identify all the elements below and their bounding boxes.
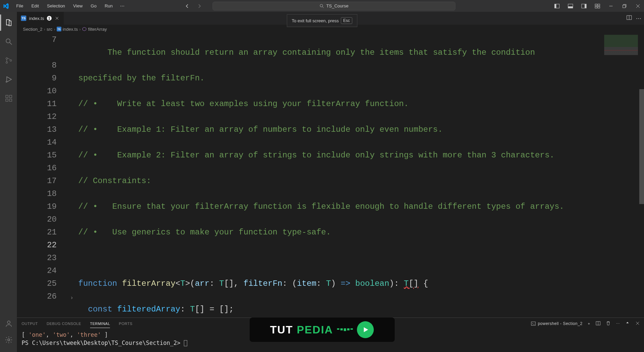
search-icon	[319, 4, 324, 8]
svg-rect-25	[9, 95, 12, 98]
run-debug-icon[interactable]	[0, 71, 17, 87]
breadcrumb-segment[interactable]: src	[47, 27, 52, 32]
watermark-dots-icon	[337, 328, 353, 331]
new-terminal-icon[interactable]: +	[588, 322, 590, 326]
fullscreen-notice: To exit full screen, press Esc	[287, 14, 357, 27]
svg-rect-3	[555, 4, 556, 8]
code-line[interactable]: // Constraints:	[78, 175, 605, 187]
breadcrumb-segment[interactable]: index.ts	[63, 27, 78, 32]
terminal-more-icon[interactable]: ⋯	[616, 322, 620, 326]
line-number: 14	[17, 136, 57, 149]
code-line[interactable]: // • Write at least two examples using y…	[78, 98, 605, 110]
code-content[interactable]: The function should return an array cont…	[78, 33, 605, 318]
restore-button[interactable]	[618, 1, 631, 11]
terminal-name: powershell - Section_2	[538, 321, 582, 326]
code-line[interactable]: // • Use generics to make your function …	[78, 226, 605, 239]
menu-selection[interactable]: Selection	[44, 2, 68, 10]
svg-point-20	[10, 60, 12, 61]
code-line[interactable]	[78, 252, 605, 265]
nav-forward-icon[interactable]	[196, 3, 203, 9]
search-activity-icon[interactable]	[0, 33, 17, 50]
panel-tab-debug[interactable]: DEBUG CONSOLE	[47, 320, 81, 328]
terminal-selector[interactable]: powershell - Section_2	[531, 321, 582, 326]
accounts-icon[interactable]	[0, 316, 17, 332]
close-panel-icon[interactable]	[635, 321, 640, 326]
terminal-icon	[531, 321, 536, 326]
extensions-icon[interactable]	[0, 90, 17, 106]
code-line[interactable]: function filterArray<T>(arr: T[], filter…	[78, 277, 605, 290]
svg-rect-11	[598, 6, 600, 8]
code-line[interactable]: // • Example 1: Filter an array of numbe…	[78, 123, 605, 136]
fold-chevron-icon[interactable]: ›	[70, 292, 74, 304]
svg-point-18	[6, 58, 8, 59]
code-line[interactable]: The function should return an array cont…	[78, 46, 605, 59]
menu-file[interactable]: File	[13, 2, 27, 10]
code-editor[interactable]: 7 8 9 10 11 12 13 14 15 16 17 18 19 20 2…	[17, 33, 644, 318]
esc-key-badge: Esc	[341, 17, 352, 24]
settings-gear-icon[interactable]	[0, 332, 17, 348]
close-button[interactable]	[632, 1, 644, 11]
panel-tab-terminal[interactable]: TERMINAL	[90, 320, 110, 328]
svg-point-19	[6, 62, 8, 64]
tab-close-icon[interactable]	[54, 16, 60, 21]
tab-filename: index.ts	[29, 16, 44, 21]
panel-tab-ports[interactable]: PORTS	[119, 320, 132, 328]
command-center-text: TS_Course	[326, 3, 348, 8]
symbol-method-icon	[82, 27, 87, 31]
watermark-overlay: TUT PEDIA	[250, 318, 395, 342]
code-line[interactable]: // • Ensure that your filterArray functi…	[78, 200, 605, 213]
editor-tab[interactable]: TS index.ts 1	[17, 12, 64, 25]
svg-point-16	[6, 39, 10, 43]
customize-layout-icon[interactable]	[591, 1, 604, 11]
menu-edit[interactable]: Edit	[28, 2, 42, 10]
line-number: 25	[17, 277, 57, 290]
code-line[interactable]: specified by the filterFn.	[78, 72, 605, 85]
editor-more-icon[interactable]: ⋯	[636, 15, 641, 22]
panel-tab-output[interactable]: OUTPUT	[22, 320, 38, 328]
line-number: 21	[17, 226, 57, 239]
nav-back-icon[interactable]	[184, 3, 191, 9]
line-number: 10	[17, 85, 57, 98]
breadcrumb-segment[interactable]: filterArray	[88, 27, 107, 32]
scrollbar-thumb[interactable]	[639, 89, 644, 204]
notice-text: To exit full screen, press	[292, 18, 339, 23]
svg-rect-32	[531, 322, 535, 326]
vertical-scrollbar[interactable]	[639, 33, 644, 318]
split-terminal-icon[interactable]	[596, 321, 600, 326]
minimap[interactable]	[604, 35, 638, 55]
svg-point-27	[8, 339, 10, 341]
line-number: 20	[17, 213, 57, 226]
menu-run[interactable]: Run	[101, 2, 116, 10]
svg-rect-10	[595, 6, 597, 8]
breadcrumb-segment[interactable]: Section_2	[23, 27, 43, 32]
line-number: 22	[17, 239, 57, 252]
typescript-file-icon: TS	[21, 16, 26, 21]
kill-terminal-icon[interactable]	[606, 321, 611, 326]
svg-point-26	[7, 321, 10, 324]
menu-view[interactable]: View	[70, 2, 86, 10]
line-number: 23	[17, 252, 57, 265]
svg-rect-24	[9, 99, 12, 101]
code-line[interactable]: const filteredArray: T[] = [];	[78, 303, 605, 316]
watermark-text: TUT PEDIA	[270, 324, 333, 336]
title-bar: File Edit Selection View Go Run ⋯ TS_Cou…	[0, 0, 644, 12]
menu-go[interactable]: Go	[87, 2, 100, 10]
svg-rect-13	[623, 5, 625, 8]
toggle-secondary-sidebar-icon[interactable]	[578, 1, 590, 11]
svg-rect-7	[585, 4, 586, 8]
split-editor-icon[interactable]	[626, 15, 632, 22]
tab-problems-badge: 1	[47, 16, 52, 21]
source-control-icon[interactable]	[0, 52, 17, 69]
toggle-panel-icon[interactable]	[564, 1, 577, 11]
line-number: 18	[17, 187, 57, 200]
vscode-logo-icon	[3, 3, 9, 9]
explorer-icon[interactable]	[0, 15, 17, 31]
svg-rect-5	[568, 6, 573, 8]
chevron-right-icon: ›	[79, 27, 81, 32]
code-line[interactable]: // • Example 2: Filter an array of strin…	[78, 149, 605, 162]
menu-more-icon[interactable]: ⋯	[117, 2, 127, 10]
toggle-primary-sidebar-icon[interactable]	[551, 1, 563, 11]
command-center[interactable]: TS_Course	[213, 2, 455, 10]
maximize-panel-icon[interactable]	[625, 321, 630, 326]
minimize-button[interactable]	[605, 1, 617, 11]
